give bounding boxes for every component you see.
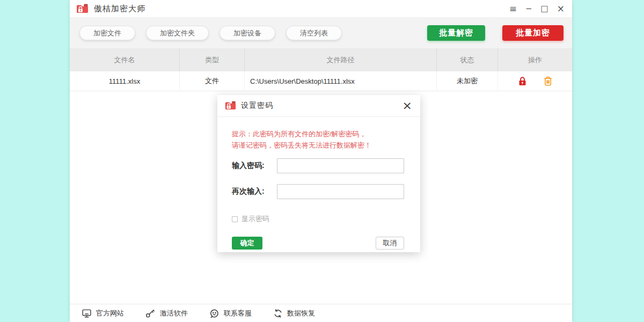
- app-title: 傲桔加密大师: [94, 4, 145, 14]
- ok-button[interactable]: 确定: [232, 237, 262, 250]
- headset-icon: [209, 309, 219, 318]
- cell-filepath: C:\Users\User\Desktop\11111.xlsx: [245, 71, 437, 91]
- dialog-close-icon[interactable]: ×: [402, 100, 412, 112]
- menu-icon[interactable]: ≡: [509, 4, 517, 13]
- set-password-dialog: 设置密码 × 提示：此密码为所有文件的加密/解密密码， 请谨记密码，密码丢失将无…: [217, 95, 420, 252]
- password-warning: 提示：此密码为所有文件的加密/解密密码， 请谨记密码，密码丢失将无法进行数据解密…: [232, 128, 404, 151]
- confirm-password-label: 再次输入:: [232, 187, 277, 196]
- cell-filename: 11111.xlsx: [70, 71, 180, 91]
- clear-list-button[interactable]: 清空列表: [286, 26, 342, 40]
- dialog-title: 设置密码: [241, 101, 273, 111]
- footer-link-label: 联系客服: [224, 309, 252, 318]
- cancel-button[interactable]: 取消: [376, 237, 404, 250]
- dialog-folder-lock-icon: [225, 101, 236, 111]
- warning-line-2: 请谨记密码，密码丢失将无法进行数据解密！: [232, 140, 404, 151]
- trash-icon[interactable]: [544, 76, 552, 86]
- encrypt-device-button[interactable]: 加密设备: [219, 26, 275, 40]
- footer-link-label: 激活软件: [160, 309, 188, 318]
- password-label: 输入密码:: [232, 161, 277, 171]
- batch-encrypt-button[interactable]: 批量加密: [502, 25, 564, 41]
- password-input[interactable]: [277, 158, 404, 173]
- password-row: 输入密码:: [232, 158, 404, 173]
- batch-decrypt-button[interactable]: 批量解密: [427, 25, 485, 41]
- show-password-label: 显示密码: [241, 214, 269, 224]
- header-type: 类型: [180, 48, 245, 71]
- footer-link-label: 数据恢复: [287, 309, 315, 318]
- table-header: 文件名 类型 文件路径 状态 操作: [70, 48, 572, 71]
- header-filepath: 文件路径: [245, 48, 437, 71]
- confirm-password-row: 再次输入:: [232, 184, 404, 199]
- app-logo-folder-lock-icon: [76, 4, 89, 14]
- window-controls: ≡ − □ ×: [509, 4, 565, 13]
- monitor-icon: [82, 309, 92, 318]
- warning-line-1: 提示：此密码为所有文件的加密/解密密码，: [232, 128, 404, 140]
- dialog-buttons: 确定 取消: [232, 237, 404, 250]
- dialog-header: 设置密码 ×: [217, 95, 420, 117]
- show-password-toggle[interactable]: 显示密码: [232, 214, 404, 224]
- refresh-icon: [273, 309, 283, 318]
- titlebar: 傲桔加密大师 ≡ − □ ×: [70, 0, 572, 18]
- footer: 官方网站 激活软件 联系客服: [70, 304, 572, 322]
- cell-status: 未加密: [437, 71, 498, 91]
- encrypt-file-button[interactable]: 加密文件: [79, 26, 135, 40]
- toolbar: 加密文件 加密文件夹 加密设备 清空列表 批量解密 批量加密: [70, 18, 572, 48]
- header-operations: 操作: [498, 48, 572, 71]
- footer-link-official-site[interactable]: 官方网站: [82, 309, 124, 318]
- footer-link-label: 官方网站: [96, 309, 124, 318]
- header-status: 状态: [437, 48, 498, 71]
- dialog-body: 提示：此密码为所有文件的加密/解密密码， 请谨记密码，密码丢失将无法进行数据解密…: [217, 128, 420, 250]
- show-password-checkbox[interactable]: [232, 216, 238, 222]
- maximize-icon[interactable]: □: [541, 5, 548, 13]
- cell-type: 文件: [180, 71, 245, 91]
- header-filename: 文件名: [70, 48, 180, 71]
- key-icon: [145, 309, 156, 318]
- footer-link-recovery[interactable]: 数据恢复: [273, 309, 315, 318]
- minimize-icon[interactable]: −: [525, 5, 532, 13]
- close-icon[interactable]: ×: [557, 4, 565, 13]
- encrypt-folder-button[interactable]: 加密文件夹: [146, 26, 209, 40]
- lock-icon[interactable]: [518, 76, 526, 86]
- table-row[interactable]: 11111.xlsx 文件 C:\Users\User\Desktop\1111…: [70, 71, 572, 91]
- confirm-password-input[interactable]: [277, 184, 404, 199]
- footer-link-activate[interactable]: 激活软件: [145, 309, 188, 318]
- cell-operations: [498, 71, 572, 91]
- footer-link-support[interactable]: 联系客服: [209, 309, 252, 318]
